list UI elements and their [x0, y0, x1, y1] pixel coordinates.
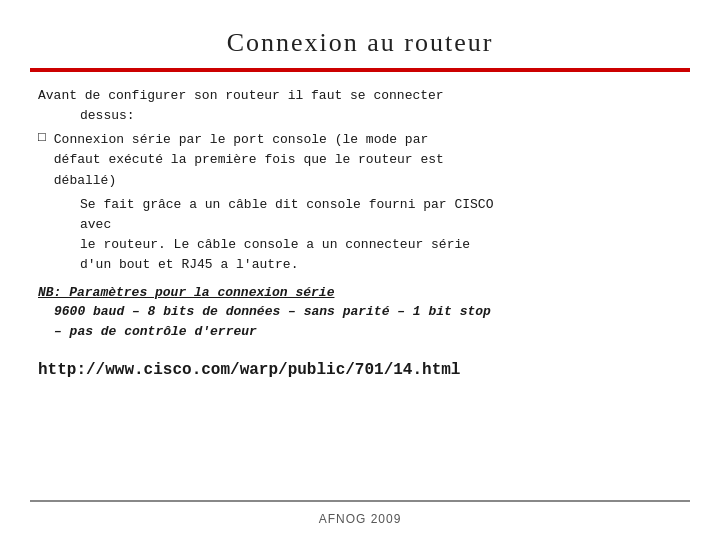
content-section: Avant de configurer son routeur il faut …	[0, 72, 720, 500]
params-line1: 9600 baud – 8 bits de données – sans par…	[54, 304, 491, 319]
params-line2: – pas de contrôle d'erreur	[54, 324, 257, 339]
params-block: 9600 baud – 8 bits de données – sans par…	[38, 302, 682, 342]
footer-text: AFNOG 2009	[319, 512, 402, 526]
bullet-line1: Connexion série par le port console (le …	[54, 132, 428, 147]
bullet-line2: défaut exécuté la première fois que le r…	[54, 152, 444, 167]
bullet-content: Connexion série par le port console (le …	[54, 130, 444, 190]
se-fait-line2: avec	[80, 217, 111, 232]
intro-line1: Avant de configurer son routeur il faut …	[38, 88, 444, 103]
bullet-icon: □	[38, 130, 46, 145]
slide-container: Connexion au routeur Avant de configurer…	[0, 0, 720, 540]
footer-section: AFNOG 2009	[0, 502, 720, 540]
le-cable-line2: d'un bout et RJ45 a l'autre.	[80, 257, 298, 272]
nb-label: NB: Paramètres pour la connexion série	[38, 285, 682, 300]
intro-text: Avant de configurer son routeur il faut …	[38, 86, 682, 126]
page-title: Connexion au routeur	[40, 28, 680, 58]
se-fait-block: Se fait grâce a un câble dit console fou…	[38, 195, 682, 235]
title-section: Connexion au routeur	[0, 0, 720, 68]
bullet-line3: déballé)	[54, 173, 116, 188]
se-fait-line1: Se fait grâce a un câble dit console fou…	[80, 197, 493, 212]
bullet-item: □ Connexion série par le port console (l…	[38, 130, 682, 190]
intro-line2: dessus:	[38, 106, 682, 126]
le-cable-block: le routeur. Le câble console a un connec…	[38, 235, 682, 275]
url-text: http://www.cisco.com/warp/public/701/14.…	[38, 361, 682, 379]
le-cable-line1: le routeur. Le câble console a un connec…	[80, 237, 470, 252]
